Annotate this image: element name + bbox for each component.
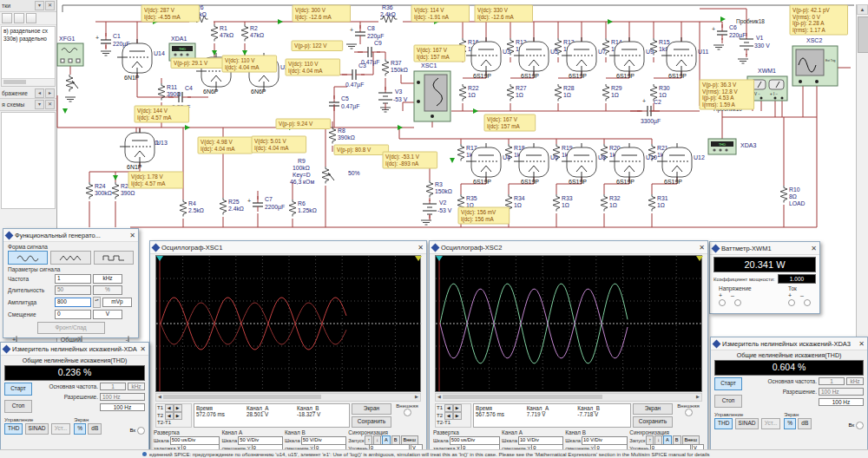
start-button[interactable]: Старт [4,383,32,396]
resistor-R32 [601,194,608,212]
close-icon[interactable]: ✕ [129,232,135,239]
scroll-up-icon[interactable]: ▲ [857,4,868,15]
voltage-plus-terminal[interactable] [719,299,726,306]
input-terminal[interactable]: Вх [848,422,864,429]
edge-button[interactable]: Фронт/Спад [37,322,105,334]
duty-input[interactable]: 50 [55,285,91,295]
tree-hscrollbar[interactable] [2,78,55,86]
titlebar[interactable]: Измеритель нелинейных искажений-XDA1 ✕ [1,343,148,356]
input-terminal[interactable]: Вх [129,427,145,435]
titlebar[interactable]: Измеритель нелинейных искажений-XDA3 ✕ [711,337,867,350]
svg-text:I(dc): 4.04 mA: I(dc): 4.04 mA [288,68,323,75]
screen-button[interactable]: Экран [352,403,391,415]
svg-text:U13: U13 [156,140,168,146]
percent-button[interactable]: % [74,423,86,435]
current-minus-terminal[interactable] [804,299,811,306]
frequency-input[interactable]: 1 [55,274,91,284]
titlebar[interactable]: Осциллограф-XSC2 ✕ [430,241,707,254]
svg-text:U3: U3 [503,49,510,55]
t1-left-icon[interactable]: ◀ [165,404,174,412]
start-button[interactable]: Старт [714,377,742,390]
t1-right-icon[interactable]: ▶ [174,404,182,412]
tree-item[interactable]: в) раздельное сх [2,27,55,35]
fundamental-freq-input[interactable]: 1 [100,383,126,390]
settings-button[interactable]: Уст... [761,418,781,429]
measurement-annotation: V(dc): 144 VI(dc): 4.57 mA [135,106,189,122]
screen-button[interactable]: Экран [633,403,673,415]
close-icon[interactable]: ✕ [699,244,705,252]
scroll-thumb[interactable] [858,16,868,53]
measurement-annotation: V(p-p): 122 V [292,41,343,51]
sine-wave-button[interactable] [8,251,48,265]
save-button[interactable]: Сохранить [352,416,391,428]
svg-text:Ext Trig: Ext Trig [825,59,836,62]
square-wave-button[interactable] [94,251,134,265]
scope-hscrollbar[interactable]: ◀▶ [155,393,421,402]
percent-button[interactable]: % [784,418,796,429]
close-icon[interactable]: ✕ [140,345,146,353]
thd-button[interactable]: THD [714,418,733,429]
dock-icon[interactable]: ▾ [35,100,44,109]
window-icon[interactable] [26,13,36,23]
tab-left-icon[interactable]: ◂ [35,88,44,98]
offset-unit[interactable]: V [93,310,122,319]
current-plus-terminal[interactable] [788,299,795,306]
external-radio[interactable] [685,409,693,416]
db-button[interactable]: dB [798,418,812,429]
resistor-R10 [780,186,787,203]
triangle-wave-button[interactable] [50,251,90,265]
measurement-annotation: V(dc): 167 VI(dc): 157 mA [414,45,465,62]
svg-text:I(dc): 157 mA: I(dc): 157 mA [487,123,521,130]
sinad-button[interactable]: SINAD [735,418,760,429]
toolbox-titlebar[interactable]: тки ▾ ✕ [0,0,56,12]
offset-input[interactable]: 0 [55,310,91,319]
close-icon[interactable]: ✕ [858,340,865,348]
open-icon[interactable] [14,13,24,23]
save-button[interactable]: Сохранить [633,416,673,428]
resolution-dropdown[interactable]: 100 Hz [100,393,145,401]
thd-button[interactable]: THD [4,423,23,435]
control-group: Управление THD SINAD Уст... [714,410,780,429]
titlebar[interactable]: Функциональный генерато... ✕ [3,229,138,242]
stop-button[interactable]: Стоп [4,400,32,413]
t1-right-icon[interactable]: ▶ [453,404,462,412]
t1-left-icon[interactable]: ◀ [444,404,453,412]
dock-icon[interactable]: ▾ [35,1,44,10]
tree-item[interactable]: 330в) раздельно [2,35,55,43]
amplitude-input[interactable]: 800 [55,298,91,307]
resistor-R25 [220,198,227,215]
tab-right-icon[interactable]: ▸ [45,88,55,98]
close-icon[interactable]: ✕ [45,1,55,10]
stop-button[interactable]: Стоп [714,395,742,408]
fundamental-freq-input[interactable]: 1 [819,377,845,385]
voltage-minus-terminal[interactable] [734,299,741,306]
measurement-annotation: V(p-p): 42.1 pVV(rms): 0 VI(p-p): 2.28 A… [790,5,848,35]
close-icon[interactable]: ✕ [811,245,817,252]
power-factor-row: Коэффициент мощности: 1.000 [713,274,816,284]
frequency-unit[interactable]: kHz [93,274,122,284]
duty-unit: % [93,285,122,295]
spinner-icon[interactable]: ▴▾ [93,297,101,308]
sinad-button[interactable]: SINAD [25,423,49,435]
toolbox-tab[interactable]: бражение ◂ ▸ [0,88,56,99]
svg-text:C2: C2 [654,99,661,105]
new-doc-icon[interactable] [2,13,12,23]
titlebar[interactable]: Ваттметр-XWM1 ✕ [710,242,819,255]
close-icon[interactable]: ✕ [45,100,55,109]
t2-left-icon[interactable]: ◀ [444,412,453,420]
titlebar[interactable]: Осциллограф-XSC1 ✕ [150,241,426,254]
t2-right-icon[interactable]: ▶ [453,412,462,420]
t2-right-icon[interactable]: ▶ [174,412,182,420]
svg-text:XFG1: XFG1 [59,36,75,42]
scope-hscrollbar[interactable]: ◀▶ [435,393,702,402]
thd-subtitle: Общие нелинейные искажения(THD) [1,357,148,363]
hierarchy-titlebar[interactable]: я схемы ▾ ✕ [0,99,56,111]
external-radio[interactable] [404,409,411,416]
t2-left-icon[interactable]: ◀ [165,412,174,420]
resolution-dropdown[interactable]: 100 Hz [819,388,864,396]
amplitude-unit[interactable]: mVp [102,298,132,307]
close-icon[interactable]: ✕ [418,244,424,252]
db-button[interactable]: dB [88,423,102,435]
settings-button[interactable]: Уст... [51,423,71,435]
svg-text:R28: R28 [563,85,575,91]
